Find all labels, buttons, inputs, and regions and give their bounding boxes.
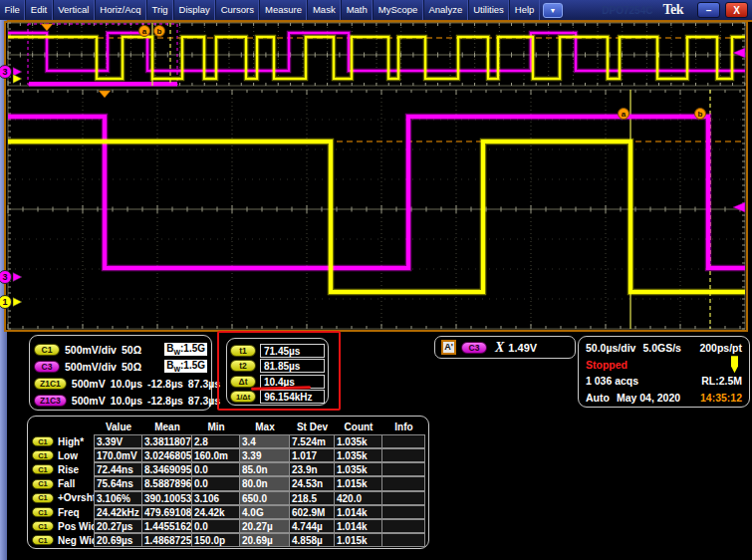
channel-badge[interactable]: C1 [34,344,60,356]
table-header: Value [95,421,142,432]
horizontal-scale: 50.0µs/div [586,342,635,354]
channel-field: 10.0µs [111,395,142,407]
svg-text:3: 3 [2,67,7,77]
measurement-source-badge[interactable]: C1 [32,521,54,531]
measurement-label: Fall [57,478,95,489]
measurement-cell: 7.524m [289,434,335,448]
measurement-source-badge[interactable]: C1 [32,450,54,460]
cursor-badge[interactable]: t1 [230,345,256,357]
measurement-cell: 20.27µ [239,519,290,533]
table-row: C1High*3.39V3.38118072.83.47.524m1.035k [29,434,427,448]
measurement-source-badge[interactable]: C1 [32,436,54,446]
measurement-cell: 170.0mV [94,448,142,462]
table-row: C1+Ovrsht3.106%390.100533.106650.0218.54… [29,491,427,505]
oscilloscope-screen: FileEditVerticalHoriz/AcqTrigDisplayCurs… [0,0,752,560]
measurement-source-badge[interactable]: C1 [32,535,54,545]
measurement-cell: 72.44ns [94,462,142,476]
measurement-cell: 8.3469095n [141,462,192,476]
cursor-value: 10.4µs [260,375,325,389]
measurement-cell: 24.42kHz [94,505,142,519]
channel-field: -12.8µs [147,395,183,407]
channel-field: 87.3µs [188,395,220,407]
cursor-badge[interactable]: Δt [230,376,256,388]
svg-text:b: b [698,110,703,119]
measurement-label: Low [57,450,95,461]
measurement-cell [381,533,425,547]
table-header: Max [240,421,290,432]
measurement-cell: 1.4868725µ [141,533,192,547]
measurement-cell: 0.0 [191,476,240,490]
marker-pencil-icon [731,356,738,373]
channel-badge[interactable]: C3 [34,361,60,373]
measurement-cell: 1.014k [334,505,382,519]
cursor-readouts-box[interactable]: t171.45µst281.85µsΔt10.4µs1/Δt96.154kHz [226,338,329,406]
measurement-source-badge[interactable]: C1 [32,479,54,489]
measurement-cell: 24.42k [191,505,240,519]
measurement-label: Pos Wid [57,521,95,532]
table-row: C1Neg Wid20.69µs1.4868725µ150.0p20.69µ4.… [29,533,427,547]
table-row: C1Freq24.42kHz479.69108M24.42k4.0G602.9M… [29,505,427,519]
measurement-cell [381,462,425,476]
trigger-level-value: 1.49V [508,342,537,354]
measurement-cell: 1.035k [334,448,382,462]
cursor-badge[interactable]: t2 [230,360,256,372]
channel-badge[interactable]: Z1C1 [34,378,67,390]
measurement-cell: 1.035k [334,462,382,476]
trigger-readout-box[interactable]: A' C3 X 1.49V [434,336,576,359]
svg-text:3: 3 [2,272,7,282]
channel-row-z1c1[interactable]: Z1C1500mV10.0µs-12.8µs87.3µs [34,375,207,392]
measurement-cell [381,448,425,462]
measurement-source-badge[interactable]: C1 [32,507,54,517]
acquisition-count: 1 036 acqs [586,375,638,387]
channel-field: 50Ω [122,361,141,373]
measurement-cell: 602.9M [289,505,335,519]
measurement-cell: 8.5887896n [141,476,192,490]
table-row: C1Low170.0mV3.0246805160.0m3.391.0171.03… [29,448,427,462]
measurement-label: Freq [57,507,95,518]
channel-field: 500mV/div [65,361,117,373]
measurement-source-badge[interactable]: C1 [32,493,54,503]
measurement-cell: 479.69108M [141,505,192,519]
table-row: C1Pos Wid20.27µs1.4455162µ0.020.27µ4.744… [29,519,427,533]
measurement-table: ValueMeanMinMaxSt DevCountInfoC1High*3.3… [27,416,429,549]
horizontal-readout-box[interactable]: 50.0µs/div 5.0GS/s 200ps/pt Stopped 1 03… [578,336,750,408]
measurement-cell: 85.0n [239,462,290,476]
measurement-source-badge[interactable]: C1 [32,464,54,474]
measurement-cell: 20.69µs [94,533,142,547]
channel-badge[interactable]: Z1C3 [34,395,67,407]
measurement-cell: 24.53n [289,476,335,490]
measurement-cell [381,519,425,533]
channel-field: 500mV [72,378,106,390]
channel-field: 87.3µs [188,378,220,390]
channel-readouts-box[interactable]: C1500mV/div50ΩBW:1.5GC3500mV/div50ΩBW:1.… [29,335,212,411]
measurement-cell: 150.0p [191,533,240,547]
channel-field: 50Ω [122,344,141,356]
measurement-cell: 1.4455162µ [141,519,192,533]
measurement-cell: 0.0 [191,462,240,476]
measurement-cell: 3.39 [239,448,290,462]
zoom-region-highlight-bar [29,82,177,87]
date-label: May 04, 2020 [617,392,680,404]
measurement-cell: 3.3811807 [141,434,192,448]
measurement-cell: 2.8 [191,434,240,448]
channel-row-c3[interactable]: C3500mV/div50ΩBW:1.5G [34,358,207,375]
cursor-badge[interactable]: 1/Δt [230,391,256,403]
channel-row-z1c3[interactable]: Z1C3500mV10.0µs-12.8µs87.3µs [34,392,207,409]
cursor-value: 96.154kHz [260,390,325,404]
measurement-cell [381,505,425,519]
measurement-cell: 23.9n [289,462,335,476]
cursor-row: 1/Δt96.154kHz [230,390,325,406]
trigger-source-badge[interactable]: C3 [461,342,487,354]
svg-text:b: b [157,27,162,36]
measurement-cell: 20.27µs [94,519,142,533]
measurement-cell: 390.10053 [141,491,192,505]
svg-text:1: 1 [2,297,7,307]
measurement-cell: 4.858µ [289,533,335,547]
measurement-cell: 3.0246805 [141,448,192,462]
measurement-cell: 3.106 [191,491,240,505]
acquisition-status: Stopped [586,359,627,371]
channel-row-c1[interactable]: C1500mV/div50ΩBW:1.5G [34,341,207,358]
table-header: Mean [142,421,192,432]
cursor-row: Δt10.4µs [230,374,325,390]
table-header: St Dev [290,421,335,432]
